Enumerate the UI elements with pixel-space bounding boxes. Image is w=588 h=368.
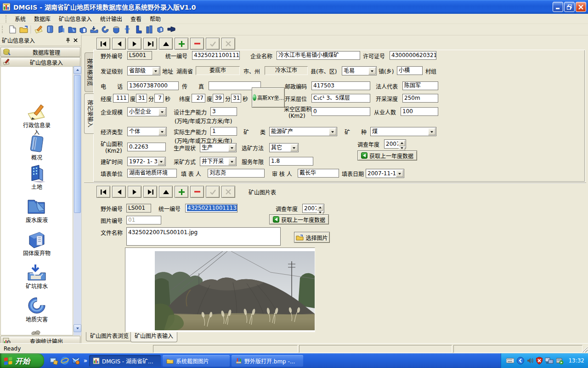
file-name-input[interactable]: 4325022007LS00101.jpg bbox=[126, 227, 281, 246]
design-capacity-input[interactable]: 3 bbox=[210, 107, 237, 116]
mine-class-select[interactable]: 能源矿产 bbox=[269, 127, 337, 136]
mine-area-input[interactable]: 0.2263 bbox=[127, 143, 166, 151]
sidebar-item-wastewater[interactable]: 废水废液 bbox=[1, 196, 73, 224]
unified-no-input[interactable]: 43250211001113 bbox=[192, 51, 240, 60]
nav-confirm-button-disabled[interactable] bbox=[206, 38, 220, 50]
dropdown-arrow-icon[interactable] bbox=[158, 108, 166, 115]
pin-icon[interactable] bbox=[64, 37, 72, 44]
taskbar-task-screenshots-folder[interactable]: 系统截图图片 bbox=[163, 355, 230, 367]
mining-depth-input[interactable]: 250m bbox=[402, 94, 438, 103]
keyboard-icon[interactable] bbox=[506, 358, 514, 363]
form-unit-input[interactable]: 湖南省地质环境 bbox=[127, 169, 177, 178]
solid-waste-icon[interactable] bbox=[78, 25, 88, 34]
tab-picture-table-browse[interactable]: 矿山图片表浏览 bbox=[86, 332, 133, 341]
service-life-input[interactable]: 1.8 bbox=[269, 157, 313, 166]
dropdown-arrow-icon[interactable] bbox=[152, 67, 159, 75]
nav-delete-button[interactable] bbox=[190, 186, 204, 198]
dropdown-arrow-icon[interactable] bbox=[428, 128, 435, 135]
ruler-icon[interactable] bbox=[133, 25, 143, 34]
dropdown-arrow-icon[interactable] bbox=[290, 144, 298, 151]
nav-prev-button[interactable] bbox=[112, 186, 126, 198]
dropdown-arrow-icon[interactable] bbox=[158, 158, 165, 165]
longitude-sec-input[interactable]: 7 bbox=[154, 94, 164, 103]
sidebar-item-geo-hazard[interactable]: 地质灾害 bbox=[1, 297, 73, 323]
actual-capacity-input[interactable]: 1 bbox=[210, 127, 237, 136]
vtab-record-entry[interactable]: 按记录输入 bbox=[84, 93, 94, 134]
menu-database[interactable]: 数据库 bbox=[30, 14, 55, 23]
survey-year-spinner[interactable]: 2007 bbox=[384, 139, 406, 149]
mine-photo[interactable] bbox=[155, 251, 315, 330]
mining-layer-input[interactable]: C₁c¹ 3、5煤层 bbox=[311, 94, 370, 103]
nav-up-button[interactable] bbox=[159, 186, 173, 198]
buildings-icon[interactable] bbox=[144, 25, 154, 34]
longitude-deg-input[interactable]: 111 bbox=[113, 94, 129, 103]
land-icon[interactable] bbox=[56, 25, 66, 34]
chevron-icon[interactable] bbox=[84, 359, 87, 363]
close-button[interactable] bbox=[576, 2, 586, 12]
nav-first-button[interactable] bbox=[96, 38, 110, 50]
nav-prev-button[interactable] bbox=[112, 38, 126, 50]
pillar-icon[interactable] bbox=[122, 25, 132, 34]
close-panel-icon[interactable] bbox=[72, 37, 79, 44]
production-status-select[interactable]: 生产 bbox=[200, 143, 237, 152]
sidebar-item-mine-drainage[interactable]: 矿坑排水 bbox=[1, 264, 73, 290]
security-shield-icon[interactable] bbox=[536, 357, 543, 364]
menu-view[interactable]: 查看 bbox=[126, 14, 146, 23]
pic-field-no-input[interactable]: LS001 bbox=[126, 204, 151, 213]
nav-up-button[interactable] bbox=[159, 38, 173, 50]
pic-no-input[interactable]: 01 bbox=[126, 216, 161, 224]
show-desktop-icon[interactable] bbox=[50, 356, 58, 365]
volume-icon[interactable] bbox=[527, 357, 533, 364]
nav-last-button[interactable] bbox=[143, 38, 157, 50]
pic-survey-year-spinner[interactable]: 2007 bbox=[302, 204, 324, 213]
scrollbar-thumb[interactable] bbox=[74, 75, 81, 213]
land-survey-icon[interactable] bbox=[111, 25, 121, 34]
open-folder-icon[interactable] bbox=[18, 25, 28, 34]
phone-input[interactable]: 13607387000 bbox=[127, 81, 179, 90]
form-writer-input[interactable]: 刘志尧 bbox=[208, 169, 265, 178]
company-input[interactable]: 冷水江市毛易镇小横煤矿 bbox=[277, 51, 360, 60]
minimize-button[interactable] bbox=[553, 2, 563, 12]
workers-input[interactable]: 100 bbox=[401, 107, 438, 116]
internet-explorer-icon[interactable] bbox=[61, 356, 69, 365]
get-prev-year-button[interactable]: 获取上一年度数据 bbox=[357, 150, 417, 161]
taskbar-task-paint-bmp[interactable]: 野外版打开.bmp -... bbox=[232, 355, 303, 367]
sidebar-group-mine-info-entry[interactable]: 矿山信息录入 bbox=[0, 57, 80, 67]
geo-hazard-icon[interactable] bbox=[100, 25, 110, 34]
dropdown-arrow-icon[interactable] bbox=[228, 144, 236, 151]
mine-kind-select[interactable]: 煤 bbox=[370, 127, 436, 136]
choose-picture-button[interactable]: 选择图片 bbox=[294, 232, 330, 243]
vtab-table-browse[interactable]: 按表格浏览 bbox=[85, 52, 93, 92]
form-date-select[interactable]: 2007-11-13 bbox=[366, 169, 404, 178]
scroll-up-arrow[interactable] bbox=[74, 66, 81, 74]
license-input[interactable]: 4300000620321 bbox=[390, 51, 436, 60]
new-document-icon[interactable] bbox=[7, 25, 17, 34]
menu-system[interactable]: 系统 bbox=[11, 14, 30, 23]
nav-confirm-button-disabled[interactable] bbox=[206, 186, 220, 198]
archive-icon[interactable] bbox=[155, 25, 165, 34]
sidebar-item-land-survey[interactable]: 土地调查 bbox=[1, 330, 73, 335]
economic-type-select[interactable]: 个体 bbox=[127, 127, 167, 136]
dropdown-arrow-icon[interactable] bbox=[158, 128, 166, 135]
nav-next-button[interactable] bbox=[128, 38, 141, 50]
latitude-sec-input[interactable]: 31 bbox=[231, 94, 241, 103]
nav-add-button[interactable] bbox=[175, 186, 188, 198]
mining-method-select[interactable]: 井下开采 bbox=[200, 157, 237, 166]
dropdown-arrow-icon[interactable] bbox=[368, 67, 376, 75]
outlook-express-icon[interactable] bbox=[72, 356, 80, 365]
wastewater-icon[interactable] bbox=[67, 25, 77, 34]
menu-mine-info-entry[interactable]: 矿山信息录入 bbox=[55, 14, 96, 23]
restore-button[interactable] bbox=[564, 2, 575, 12]
spin-up-icon[interactable] bbox=[399, 140, 405, 146]
network-icon[interactable] bbox=[545, 357, 554, 364]
gauss-xy-button[interactable]: 高斯XY坐... bbox=[252, 87, 285, 108]
dressing-method-select[interactable]: 其它 bbox=[269, 143, 299, 152]
goaf-area-input[interactable]: 0 bbox=[311, 107, 370, 116]
cert-level-select[interactable]: 省部级 bbox=[127, 66, 160, 75]
dropdown-arrow-icon[interactable] bbox=[396, 170, 403, 177]
dropdown-arrow-icon[interactable] bbox=[329, 128, 336, 135]
latitude-deg-input[interactable]: 27 bbox=[192, 94, 205, 103]
nav-first-button[interactable] bbox=[96, 186, 110, 198]
town-input[interactable]: 小横 bbox=[397, 66, 423, 75]
county-select[interactable]: 毛易 bbox=[342, 66, 377, 75]
